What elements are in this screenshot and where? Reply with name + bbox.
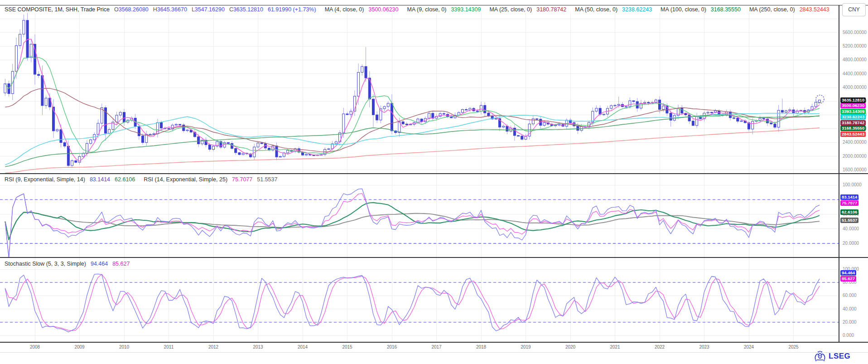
x-axis-year-label: 2021 (605, 345, 625, 349)
price-axis-tick-label: 5200.00000 (843, 44, 867, 49)
rsi-badge: 51.5537 (840, 218, 858, 223)
stoch-k-value: 94.464 (91, 261, 108, 267)
main-legend[interactable]: SSE COMPOSITE, 1M, SHH, Trade PriceO3568… (3, 6, 836, 13)
x-axis-year-label: 2017 (427, 345, 447, 349)
ma250-label: MA (250, close, 0) (749, 6, 795, 13)
rsi-axis-tick-label: 20.0000 (843, 241, 859, 246)
x-axis-year-label: 2019 (516, 345, 536, 349)
ma25-label: MA (25, close, 0) (489, 6, 532, 13)
x-axis-year-label: 2015 (338, 345, 357, 349)
x-axis-year-label: 2025 (784, 345, 804, 349)
high-label: H (153, 6, 157, 13)
x-axis-year-label: 2024 (739, 345, 759, 349)
stoch-badge: 85.627 (840, 276, 856, 281)
lseg-crest-icon (814, 350, 826, 362)
stoch-axis-tick-label: 0.000 (843, 333, 854, 338)
rsi9-smoothed-value: 62.6106 (115, 176, 135, 183)
x-axis-year-label: 2022 (650, 345, 670, 349)
rsi14-smoothed-value: 51.5537 (257, 176, 277, 183)
ma9-label: MA (9, close, 0) (407, 6, 447, 13)
ma100-label: MA (100, close, 0) (661, 6, 706, 13)
x-axis-year-label: 2009 (70, 345, 90, 349)
x-axis-year-label: 2016 (382, 345, 402, 349)
price-axis-tick-label: 4800.00000 (843, 57, 867, 62)
stoch-badge: 94.464 (840, 270, 856, 276)
price-panel (4, 10, 824, 173)
high-value: 3645.36670 (157, 6, 187, 13)
ma50-label: MA (50, close, 0) (575, 6, 617, 13)
price-badge: 3168.35550 (840, 126, 866, 131)
x-axis-year-label: 2012 (203, 345, 223, 349)
rsi-panel (0, 189, 839, 258)
rsi9-title: RSI (9, Exponential, Simple, 14) (5, 176, 85, 183)
lseg-brand-text: LSEG (829, 352, 850, 361)
price-axis[interactable]: 5600.000005200.000004800.000004400.00000… (839, 0, 868, 364)
rsi-badge: 75.7077 (840, 200, 858, 206)
price-badge: 3180.78742 (840, 120, 866, 126)
close-value: 3635.12810 (233, 6, 263, 13)
currency-selector[interactable]: CNY (842, 3, 866, 16)
rsi9-sma14-line (5, 203, 820, 240)
rsi9-value: 83.1414 (90, 176, 110, 183)
stoch-title: Stochastic Slow (5, 3, 3, Simple) (5, 261, 86, 267)
open-value: 3568.26080 (119, 6, 149, 13)
ma-4-line (5, 39, 820, 161)
low-label: L (192, 6, 195, 13)
ma-250-line (5, 128, 820, 173)
x-axis-year-label: 2010 (114, 345, 134, 349)
price-axis-tick-label: 2000.00000 (843, 154, 867, 159)
instrument-title: SSE COMPOSITE, 1M, SHH, Trade Price (5, 6, 110, 13)
rsi14-value: 75.7077 (232, 176, 252, 183)
price-badge: 2843.52443 (840, 131, 866, 137)
stoch-axis-tick-label: 60.000 (843, 293, 857, 298)
stoch-axis-tick-label: 40.000 (843, 306, 857, 311)
stochastic-panel (0, 274, 839, 332)
price-axis-tick-label: 4400.00000 (843, 71, 867, 76)
x-axis-year-label: 2013 (248, 345, 268, 349)
price-axis-tick-label: 4000.00000 (843, 85, 867, 90)
ma25-value: 3180.78742 (536, 6, 566, 13)
x-axis-year-label: 2014 (293, 345, 313, 349)
low-value: 3547.16290 (195, 6, 225, 13)
x-axis-year-label: 2008 (25, 345, 45, 349)
x-axis-year-label: 2018 (471, 345, 491, 349)
price-badge: 3635.12810 (840, 97, 866, 103)
ma50-value: 3238.62243 (622, 6, 652, 13)
x-axis-year-label: 2020 (560, 345, 580, 349)
close-label: C (229, 6, 233, 13)
ma100-value: 3168.35550 (711, 6, 741, 13)
rsi-badge: 62.6106 (840, 209, 858, 215)
ma-overlays-layer (5, 39, 820, 173)
ma250-value: 2843.52443 (800, 6, 829, 13)
rsi-axis-tick-label: 100.0000 (843, 182, 862, 187)
x-axis-year-label: 2011 (159, 345, 179, 349)
candles-layer (4, 10, 821, 168)
ma9-value: 3393.14309 (451, 6, 481, 13)
stochastic-legend[interactable]: Stochastic Slow (5, 3, 3, Simple)94.4648… (3, 260, 136, 267)
price-axis-tick-label: 1600.00000 (843, 167, 867, 172)
currency-label: CNY (848, 6, 859, 13)
open-label: O (114, 6, 119, 13)
rsi-axis-tick-label: 40.0000 (843, 226, 859, 231)
ma4-value: 3500.06230 (368, 6, 398, 13)
ma-9-line (5, 56, 820, 153)
price-badge: 3393.14309 (840, 109, 866, 114)
price-badge: 3238.62243 (840, 114, 866, 120)
time-axis[interactable]: 2008200920102011201220132014201520162017… (0, 343, 839, 352)
rsi14-title: RSI (14, Exponential, Simple, 25) (144, 176, 227, 183)
x-axis-year-label: 2023 (694, 345, 714, 349)
chart-window: { "window": { "currency": "CNY", "brand"… (0, 0, 868, 364)
lseg-logo: LSEG (814, 350, 850, 362)
rsi-legend[interactable]: RSI (9, Exponential, Simple, 14)83.14146… (3, 176, 284, 183)
rsi14-sma25-line (5, 212, 820, 240)
price-axis-tick-label: 5600.00000 (843, 30, 867, 35)
price-badge: 3500.06230 (840, 103, 866, 108)
rsi-badge: 83.1414 (840, 194, 858, 200)
price-axis-tick-label: 2400.00000 (843, 140, 867, 145)
stoch-axis-tick-label: 20.000 (843, 320, 857, 325)
stoch-d-value: 85.627 (112, 261, 130, 267)
ma4-label: MA (4, close, 0) (325, 6, 364, 13)
change-value: 61.91990 (+1.73%) (268, 6, 316, 13)
